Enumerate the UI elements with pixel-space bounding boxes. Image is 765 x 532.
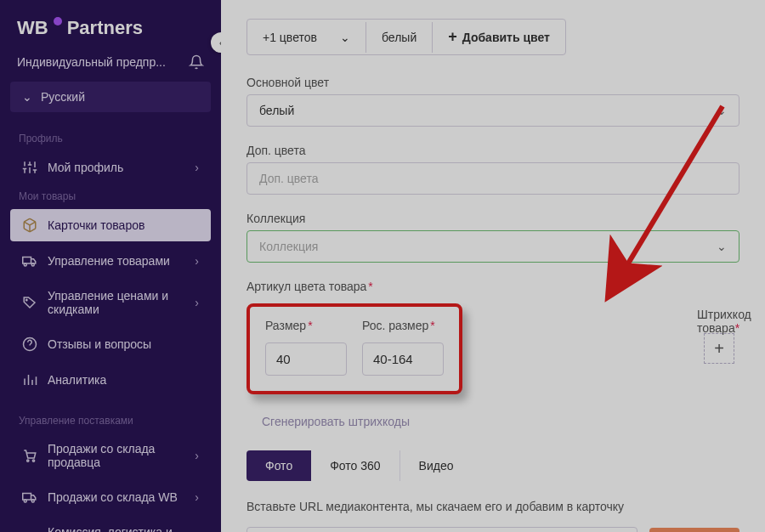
nav-label: Отзывы и вопросы: [48, 337, 151, 351]
size-highlight-box: Размер* Рос. размер*: [246, 303, 462, 394]
tab-video[interactable]: Видео: [400, 450, 473, 481]
svg-point-2: [31, 263, 34, 266]
tag-icon: [22, 295, 37, 310]
chevron-right-icon: ›: [195, 449, 199, 462]
generate-barcodes-link[interactable]: Сгенерировать штрихкоды: [262, 415, 740, 428]
nav-manage-goods[interactable]: Управление товарами ›: [10, 245, 211, 277]
truck-icon: [22, 253, 37, 269]
svg-point-9: [31, 500, 34, 502]
svg-rect-0: [23, 258, 31, 264]
main-color-label: Основной цвет: [246, 76, 740, 89]
color-tab-active[interactable]: белый: [366, 22, 433, 53]
bell-icon[interactable]: [189, 54, 204, 70]
add-barcode-button[interactable]: +: [704, 333, 734, 364]
sidebar: WB Partners ‹ Индивидуальный предпр... ⌄…: [0, 0, 221, 532]
tab-photo360[interactable]: Фото 360: [311, 450, 400, 481]
svg-rect-7: [23, 494, 31, 501]
language-label: Русский: [41, 90, 85, 104]
chevron-down-icon: ⌄: [717, 104, 727, 117]
nav-label: Продажи со склада продавца: [48, 442, 184, 469]
field-main-color: Основной цвет белый ⌄: [246, 76, 740, 127]
account-name: Индивидуальный предпр...: [17, 55, 166, 69]
color-tab-more-label: +1 цветов: [263, 31, 317, 44]
nav-analytics[interactable]: Аналитика: [10, 364, 211, 396]
cart-icon: [22, 448, 37, 463]
main-content: +1 цветов ⌄ белый + Добавить цвет Основн…: [221, 0, 765, 532]
section-supply: Управление поставками: [7, 410, 214, 432]
extra-colors-input[interactable]: Доп. цвета: [246, 162, 740, 195]
nav-seller-stock-sales[interactable]: Продажи со склада продавца ›: [10, 433, 211, 478]
chevron-right-icon: ›: [195, 254, 199, 268]
size-label: Размер*: [265, 319, 347, 332]
nav-label: Управление ценами и скидками: [48, 289, 184, 316]
section-profile: Профиль: [7, 127, 214, 150]
nav-reviews[interactable]: Отзывы и вопросы: [10, 328, 211, 360]
main-color-value: белый: [259, 104, 294, 117]
truck-icon: [22, 490, 37, 505]
barcode-label: Штрихкод товара*: [697, 308, 765, 335]
plus-icon: +: [714, 339, 724, 359]
account-row[interactable]: Индивидуальный предпр...: [7, 54, 214, 82]
chevron-right-icon: ›: [195, 490, 199, 504]
extra-colors-label: Доп. цвета: [246, 144, 740, 157]
media-url-row: Введите URL Добавить: [246, 527, 740, 532]
svg-point-6: [32, 460, 34, 461]
collection-placeholder: Коллекция: [259, 240, 318, 253]
add-color-button[interactable]: + Добавить цвет: [433, 20, 565, 54]
field-extra-colors: Доп. цвета Доп. цвета: [246, 144, 740, 195]
logo: WB Partners: [7, 14, 214, 54]
svg-point-5: [27, 460, 29, 461]
nav-label: Управление товарами: [48, 254, 170, 268]
language-switcher[interactable]: ⌄ Русский: [10, 82, 211, 112]
collection-select[interactable]: Коллекция ⌄: [246, 230, 740, 263]
color-tab-more[interactable]: +1 цветов ⌄: [247, 22, 366, 53]
nav-my-profile[interactable]: Мой профиль ›: [10, 151, 211, 184]
logo-right: Partners: [67, 17, 143, 39]
size-input[interactable]: [265, 342, 347, 376]
media-tabs: Фото Фото 360 Видео: [246, 450, 740, 481]
box-icon: [22, 218, 37, 233]
collection-label: Коллекция: [246, 212, 740, 225]
plus-icon: +: [448, 28, 457, 46]
color-tabs: +1 цветов ⌄ белый + Добавить цвет: [246, 19, 566, 55]
chevron-down-icon: ⌄: [717, 240, 727, 253]
size-col: Размер*: [265, 319, 347, 376]
chevron-right-icon: ›: [195, 296, 199, 309]
ru-size-input[interactable]: [362, 342, 444, 376]
ru-size-col: Рос. размер*: [362, 319, 444, 376]
logo-left: WB: [17, 17, 48, 39]
logo-dot-icon: [54, 17, 62, 25]
bar-chart-icon: [22, 372, 37, 388]
svg-point-3: [26, 299, 28, 301]
chevron-right-icon: ›: [195, 161, 199, 174]
nav-label: Продажи со склада WB: [48, 490, 178, 504]
nav-label: Аналитика: [48, 373, 106, 387]
chevron-down-icon: ⌄: [22, 90, 32, 104]
nav-label: Мой профиль: [48, 161, 123, 174]
media-upload-button[interactable]: Добавить: [649, 528, 740, 532]
add-color-label: Добавить цвет: [462, 31, 550, 44]
media-instruction: Вставьте URL медиаконтента, мы скачаем е…: [246, 500, 740, 513]
nav-manage-prices[interactable]: Управление ценами и скидками ›: [10, 280, 211, 325]
annotation-arrow-icon: [595, 98, 740, 310]
color-tab-active-label: белый: [382, 31, 416, 44]
chevron-down-icon: ⌄: [340, 31, 350, 44]
ru-size-label: Рос. размер*: [362, 319, 444, 332]
field-collection: Коллекция Коллекция ⌄: [246, 212, 740, 263]
tab-photo[interactable]: Фото: [246, 450, 311, 481]
nav-wb-stock-sales[interactable]: Продажи со склада WB ›: [10, 481, 211, 513]
sliders-icon: [22, 160, 37, 175]
main-color-select[interactable]: белый ⌄: [246, 94, 740, 127]
extra-colors-placeholder: Доп. цвета: [259, 172, 318, 185]
nav-commission[interactable]: Комиссия, логистика и хранение ›: [10, 517, 211, 532]
nav-label: Комиссия, логистика и хранение: [48, 525, 184, 532]
nav-label: Карточки товаров: [48, 218, 144, 232]
field-color-sku: Артикул цвета товара*: [246, 280, 740, 293]
color-sku-label: Артикул цвета товара*: [246, 280, 740, 293]
svg-point-8: [24, 500, 26, 502]
media-url-input[interactable]: Введите URL: [246, 527, 638, 532]
question-icon: [22, 337, 37, 352]
section-goods: Мои товары: [7, 185, 214, 207]
svg-point-1: [24, 263, 26, 266]
nav-product-cards[interactable]: Карточки товаров: [10, 209, 211, 241]
